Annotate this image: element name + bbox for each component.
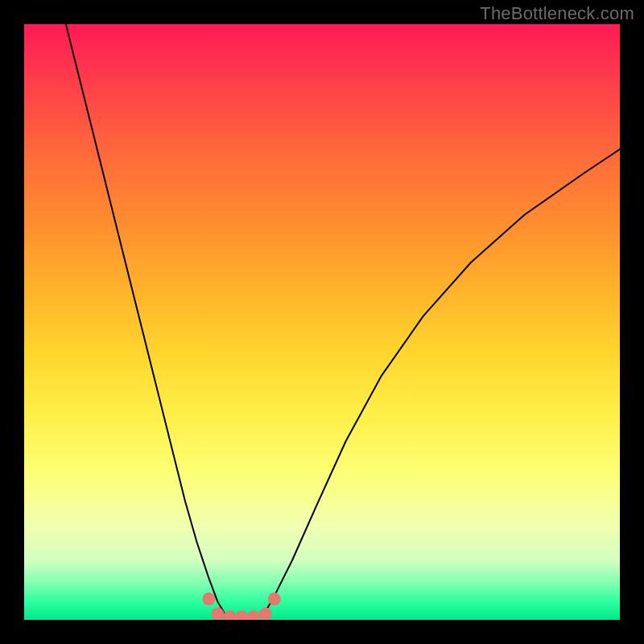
series-right-curve <box>262 149 620 617</box>
marker-bottom-marker-band <box>268 592 281 605</box>
marker-bottom-marker-band <box>202 592 215 605</box>
curve-layer <box>24 24 620 620</box>
series-left-curve <box>66 24 227 617</box>
marker-bottom-marker-band <box>235 610 248 620</box>
watermark-label: TheBottleneck.com <box>480 3 634 24</box>
plot-area <box>24 24 620 620</box>
marker-bottom-marker-band <box>212 608 225 620</box>
chart-frame: TheBottleneck.com <box>0 0 644 644</box>
marker-bottom-marker-band <box>223 610 236 620</box>
marker-bottom-marker-band <box>247 610 260 620</box>
marker-bottom-marker-band <box>259 608 272 620</box>
